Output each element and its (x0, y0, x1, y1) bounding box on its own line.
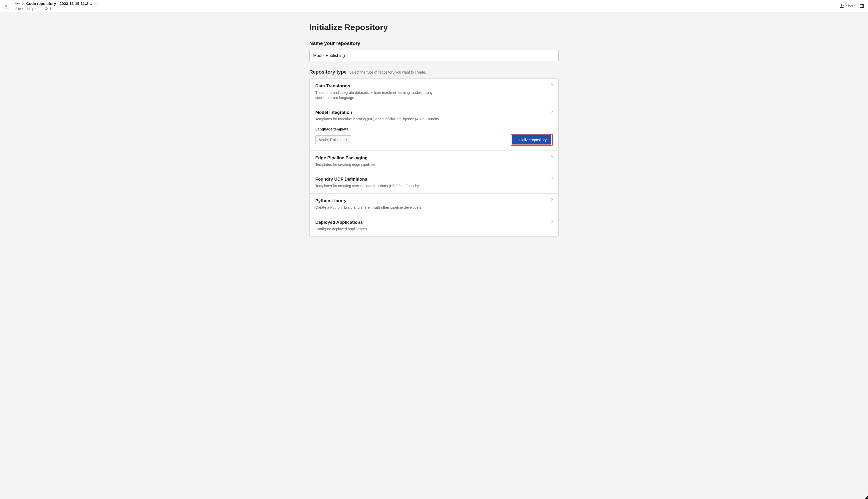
svg-point-4 (843, 5, 844, 6)
type-desc: Create a Python library and share it wit… (315, 205, 440, 210)
type-desc: Templates for creating user-defined func… (315, 183, 440, 189)
type-card[interactable]: Python LibraryCreate a Python library an… (310, 194, 558, 215)
chevron-right-icon (551, 219, 553, 223)
share-label: Share (846, 4, 856, 8)
svg-point-0 (46, 7, 47, 8)
chevron-right-icon (551, 198, 553, 202)
branch-indicator[interactable]: 1 (45, 7, 51, 11)
app-icon[interactable]: <> (0, 0, 12, 12)
chevron-right-icon (551, 155, 553, 159)
type-card[interactable]: Edge Pipeline PackagingTemplates for cre… (310, 151, 558, 172)
svg-point-3 (841, 4, 842, 6)
repo-name-input[interactable] (309, 50, 559, 61)
lang-template-value: Model Training (319, 138, 342, 142)
menu-file[interactable]: File ▼ (15, 7, 24, 11)
type-title: Edge Pipeline Packaging (315, 155, 553, 161)
code-icon: <> (3, 4, 9, 9)
type-desc: Configure deployed applications (315, 227, 440, 232)
menu-file-label: File (15, 7, 21, 11)
type-title: Data Transforms (315, 83, 553, 89)
initialize-repository-button[interactable]: Initialize repository (512, 135, 551, 145)
name-label: Name your repository (309, 40, 559, 46)
type-title: Deployed Applications (315, 220, 553, 225)
highlight-box: Initialize repository (511, 134, 553, 146)
type-card[interactable]: Foundry UDF DefinitionsTemplates for cre… (310, 172, 558, 194)
type-card[interactable]: Deployed ApplicationsConfigure deployed … (310, 215, 558, 236)
content: Initialize Repository Name your reposito… (304, 12, 564, 247)
type-sub: Select the type of repository you want t… (349, 70, 426, 74)
topbar: <> ••• Code repository - 2023-11-15 11:2… (0, 0, 868, 12)
top-main: ••• Code repository - 2023-11-15 11:2… ☆… (12, 0, 840, 12)
type-title: Python Library (315, 198, 553, 204)
breadcrumb-more-icon[interactable]: ••• (15, 2, 20, 6)
lang-template-select[interactable]: Model Training▼ (315, 135, 351, 144)
type-card[interactable]: Data TransformsTransform and integrate d… (310, 79, 558, 105)
breadcrumb: ••• Code repository - 2023-11-15 11:2… ☆ (12, 0, 840, 6)
type-label: Repository type (309, 69, 347, 75)
chevron-right-icon (22, 2, 24, 6)
branch-icon (45, 7, 49, 10)
svg-point-2 (47, 8, 48, 9)
menu-help[interactable]: Help ▼ (27, 7, 37, 11)
expanded-row: Model Training▼Initialize repository (315, 134, 553, 146)
type-desc: Transform and integrate datasets or trai… (315, 90, 440, 100)
svg-point-1 (46, 9, 47, 10)
type-title: Model Integration (315, 110, 553, 115)
chevron-right-icon (551, 176, 553, 180)
chevron-right-icon (551, 83, 553, 87)
caret-down-icon: ▼ (21, 7, 24, 10)
menu-help-label: Help (27, 7, 34, 11)
people-icon (840, 4, 844, 8)
type-desc: Templates for machine learning (ML) and … (315, 117, 440, 122)
type-title: Foundry UDF Definitions (315, 177, 553, 182)
type-header: Repository type Select the type of repos… (309, 69, 559, 75)
menu-row: File ▼ Help ▼ | 1 (12, 6, 840, 12)
type-desc: Templates for creating edge pipelines. (315, 162, 440, 167)
caret-down-icon: ▼ (35, 7, 37, 10)
lang-template-label: Language template (315, 127, 553, 131)
caret-down-icon: ▼ (345, 138, 348, 141)
page-title: Initialize Repository (309, 23, 559, 32)
menu-separator: | (41, 7, 41, 11)
expanded-body: Language templateModel Training▼Initiali… (315, 127, 553, 146)
star-icon[interactable]: ☆ (94, 1, 98, 6)
top-right: Share (840, 0, 868, 12)
panel-toggle-icon[interactable] (860, 4, 864, 8)
type-list: Data TransformsTransform and integrate d… (309, 78, 559, 236)
breadcrumb-title[interactable]: Code repository - 2023-11-15 11:2… (26, 1, 92, 6)
share-button[interactable]: Share (840, 4, 856, 8)
chevron-down-icon (550, 109, 553, 113)
type-card[interactable]: Model IntegrationTemplates for machine l… (310, 105, 558, 151)
branch-count: 1 (50, 7, 51, 11)
